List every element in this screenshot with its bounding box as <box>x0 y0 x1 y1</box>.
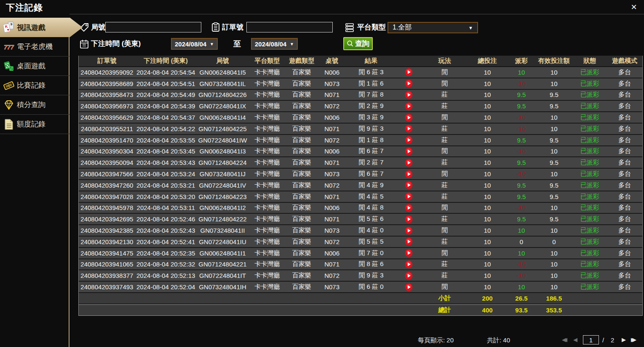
play-video-button[interactable] <box>396 226 422 235</box>
play-video-button[interactable] <box>396 102 422 110</box>
cell-valid: 10 <box>535 283 572 291</box>
first-page-icon[interactable]: ◀◀ <box>562 336 563 343</box>
column-header: 結果 <box>346 57 396 65</box>
sidebar-item-5[interactable]: 積分查詢 <box>0 95 69 115</box>
play-icon[interactable] <box>405 136 413 144</box>
play-icon[interactable] <box>405 159 413 167</box>
table-row: 2408042039503042024-08-04 20:53:45GN0062… <box>79 146 642 158</box>
play-video-button[interactable] <box>396 170 422 178</box>
cell-total: 10 <box>468 148 508 155</box>
play-video-button[interactable] <box>396 79 422 88</box>
sidebar-item-4[interactable]: 比賽記錄 <box>0 76 69 95</box>
play-video-button[interactable] <box>396 68 422 76</box>
subtotal-total-bet: 200 <box>468 295 508 302</box>
cell-payout: 10 <box>508 69 536 76</box>
play-video-button[interactable] <box>396 136 422 144</box>
play-icon[interactable] <box>405 113 413 122</box>
chevron-down-icon: ▼ <box>290 42 294 46</box>
cell-order: 240804203942130 <box>79 238 135 245</box>
play-video-button[interactable] <box>396 181 422 189</box>
play-icon[interactable] <box>405 260 413 269</box>
play-video-button[interactable] <box>396 249 422 257</box>
table-row: 2408042039374932024-08-04 20:52:04GN0732… <box>79 282 642 293</box>
cell-status: 已派彩 <box>572 249 607 257</box>
round-no-input[interactable] <box>105 22 201 32</box>
play-video-button[interactable] <box>396 237 422 246</box>
sidebar-item-label: 比賽記錄 <box>17 81 45 90</box>
play-icon[interactable] <box>405 249 413 257</box>
cell-mode: 多台 <box>607 159 642 167</box>
cell-result: 閒 6 莊 7 <box>346 170 396 178</box>
cell-platform: 卡卡灣廳 <box>249 283 286 291</box>
play-video-button[interactable] <box>396 147 422 156</box>
cell-round: GN006248041I2 <box>197 204 249 211</box>
cell-round: GN072248041IW <box>197 137 249 144</box>
cell-table: N072 <box>318 238 346 245</box>
search-button[interactable]: 查詢 <box>343 37 373 50</box>
play-icon[interactable] <box>405 283 413 291</box>
search-button-label: 查詢 <box>355 39 369 48</box>
play-icon[interactable] <box>405 68 413 76</box>
play-video-button[interactable] <box>396 124 422 133</box>
table-row: 2408042039426952024-08-04 20:52:46GN0712… <box>79 214 642 225</box>
play-icon[interactable] <box>405 237 413 246</box>
play-icon[interactable] <box>405 272 413 280</box>
play-video-button[interactable] <box>396 272 422 280</box>
sidebar-item-3[interactable]: 桌面遊戲 <box>0 56 69 76</box>
play-video-button[interactable] <box>396 215 422 223</box>
order-no-input[interactable] <box>246 22 333 32</box>
cell-status: 已派彩 <box>572 283 607 291</box>
platform-type-select[interactable]: 1.全部 ▼ <box>387 22 478 33</box>
cell-method: 莊 <box>422 91 468 99</box>
play-icon[interactable] <box>405 181 413 189</box>
cell-round: GN07124804222 <box>197 215 249 223</box>
cell-result: 閒 7 莊 0 <box>346 249 396 257</box>
play-icon[interactable] <box>405 124 413 133</box>
cell-result: 閒 2 莊 7 <box>346 159 396 167</box>
cell-total: 10 <box>468 91 508 98</box>
play-icon[interactable] <box>405 204 413 212</box>
play-icon[interactable] <box>405 91 413 99</box>
cell-platform: 卡卡灣廳 <box>249 181 286 189</box>
cell-total: 10 <box>468 238 508 245</box>
cell-mode: 多台 <box>607 238 642 246</box>
play-icon[interactable] <box>405 192 413 201</box>
cell-payout: -10 <box>508 272 536 279</box>
cell-time: 2024-08-04 20:53:45 <box>135 148 197 155</box>
sidebar-item-1[interactable]: 9K♥視訊遊戲 <box>0 18 83 37</box>
cell-round: GN006248041I1 <box>197 250 249 257</box>
date-from-picker[interactable]: 2024/08/04 ▼ <box>171 38 218 50</box>
play-icon[interactable] <box>405 170 413 178</box>
cell-payout: 9.5 <box>508 159 536 166</box>
play-video-button[interactable] <box>396 283 422 291</box>
cell-method: 閒 <box>422 170 468 178</box>
table-row: 2408042039590922024-08-04 20:54:54GN0062… <box>79 67 642 78</box>
last-page-icon[interactable]: ▶▶ <box>631 336 632 343</box>
cell-platform: 卡卡灣廳 <box>249 147 286 155</box>
play-icon[interactable] <box>405 215 413 223</box>
play-video-button[interactable] <box>396 260 422 269</box>
play-icon[interactable] <box>405 147 413 156</box>
cell-round: GN006248041I5 <box>197 69 249 76</box>
sidebar: 9K♥視訊遊戲777電子老虎機桌面遊戲比賽記錄積分查詢額度記錄 <box>0 18 84 134</box>
sidebar-item-label: 額度記錄 <box>17 119 45 129</box>
cell-mode: 多台 <box>607 170 642 178</box>
play-video-button[interactable] <box>396 192 422 201</box>
play-video-button[interactable] <box>396 91 422 99</box>
play-video-button[interactable] <box>396 204 422 212</box>
close-icon[interactable]: ✕ <box>629 3 639 12</box>
play-video-button[interactable] <box>396 113 422 122</box>
cell-status: 已派彩 <box>572 215 607 223</box>
cell-order: 240804203941475 <box>79 250 135 257</box>
column-header: 派彩 <box>508 57 536 65</box>
play-icon[interactable] <box>405 102 413 110</box>
cell-round: GN07124804226 <box>197 91 249 98</box>
cell-order: 240804203937493 <box>79 283 135 291</box>
sidebar-item-6[interactable]: 額度記錄 <box>0 115 69 134</box>
current-page-input[interactable]: 1 <box>583 335 599 344</box>
play-icon[interactable] <box>405 79 413 88</box>
play-video-button[interactable] <box>396 159 422 167</box>
play-icon[interactable] <box>405 226 413 235</box>
sidebar-item-2[interactable]: 777電子老虎機 <box>0 37 69 56</box>
date-to-picker[interactable]: 2024/08/04 ▼ <box>251 38 298 50</box>
